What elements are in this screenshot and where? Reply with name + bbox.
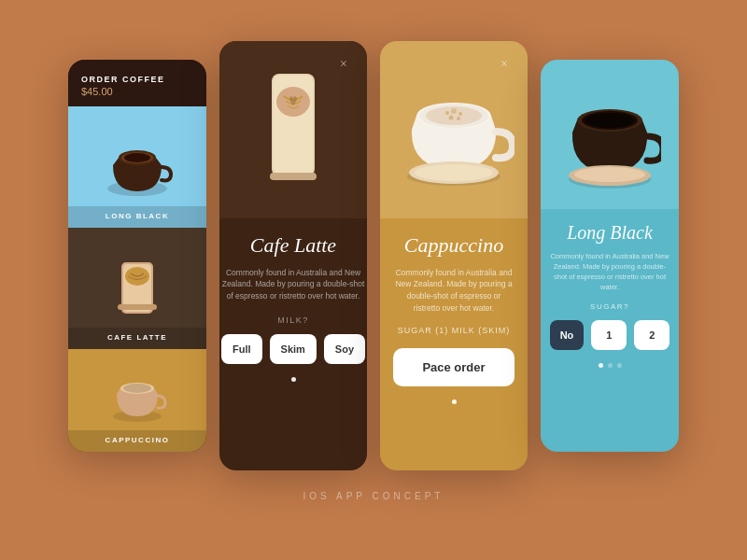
svg-point-23 [457, 117, 460, 120]
card1-title: ORDER COFFEE [81, 75, 193, 84]
card3-title: Cappuccino [404, 233, 503, 258]
svg-rect-7 [118, 304, 157, 310]
card2-desc: Commonly found in Australia and New Zeal… [221, 267, 365, 302]
svg-point-25 [415, 164, 493, 181]
milk-full-btn[interactable]: Full [221, 334, 262, 364]
card4-option-label: SUGAR? [590, 302, 629, 311]
sugar-no-btn[interactable]: No [550, 320, 585, 350]
card2-options: Full Skim Soy [221, 334, 365, 364]
card-cappuccino: × Cappuccino Commonly found in Australia… [380, 41, 528, 470]
svg-point-3 [124, 153, 150, 162]
svg-point-29 [585, 113, 634, 128]
card4-title: Long Black [567, 222, 653, 244]
menu-item-longblack[interactable]: LONG BLACK [68, 106, 206, 228]
menu-item-cappuccino[interactable]: CAPPUCCINO [68, 349, 206, 452]
card2-title: Cafe Latte [250, 233, 336, 258]
svg-point-19 [445, 111, 449, 115]
place-order-btn[interactable]: Pace order [393, 348, 514, 386]
card2-content: Cafe Latte Commonly found in Australia a… [219, 218, 367, 452]
card3-dots [452, 399, 457, 404]
card2-dots [291, 377, 296, 382]
card2-close[interactable]: × [333, 54, 354, 75]
svg-point-20 [451, 108, 457, 114]
card3-desc: Commonly found in Australia and New Zeal… [393, 267, 514, 315]
card4-content: Long Black Commonly found in Australia a… [541, 209, 679, 437]
card-cafe-latte: × Cafe Latte Commonly found in Australia… [219, 41, 367, 470]
latte-label: CAFE LATTE [68, 328, 206, 349]
cards-container: ORDER COFFEE $45.00 LONG BLACK [68, 41, 679, 470]
card-long-black: Long Black Commonly found in Australia a… [541, 60, 679, 452]
footer: IOS APP CONCEPT [303, 491, 444, 501]
svg-point-31 [574, 167, 645, 182]
card3-options-selected: SUGAR (1) MILK (SKIM) [398, 326, 511, 335]
card3-content: Cappuccino Commonly found in Australia a… [380, 218, 528, 452]
sugar-2-btn[interactable]: 2 [634, 320, 669, 350]
milk-soy-btn[interactable]: Soy [324, 334, 365, 364]
svg-point-21 [458, 112, 462, 116]
milk-skim-btn[interactable]: Skim [270, 334, 317, 364]
card1-header: ORDER COFFEE $45.00 [68, 60, 206, 106]
card4-options: No 1 2 [550, 320, 670, 350]
card-menu: ORDER COFFEE $45.00 LONG BLACK [68, 60, 206, 452]
menu-item-latte[interactable]: CAFE LATTE [68, 228, 206, 349]
card4-image-area [541, 60, 679, 209]
sugar-1-btn[interactable]: 1 [591, 320, 627, 350]
svg-rect-14 [270, 173, 317, 180]
card2-option-label: MILK? [277, 315, 309, 325]
card1-price: $45.00 [81, 86, 193, 97]
svg-point-10 [123, 384, 151, 393]
card3-close[interactable]: × [494, 54, 514, 75]
cappuccino-label: CAPPUCCINO [68, 430, 206, 452]
card4-dots [599, 363, 622, 368]
svg-point-22 [449, 115, 454, 119]
longblack-label: LONG BLACK [68, 206, 206, 228]
card4-desc: Commonly found in Australia and New Zeal… [550, 251, 670, 293]
